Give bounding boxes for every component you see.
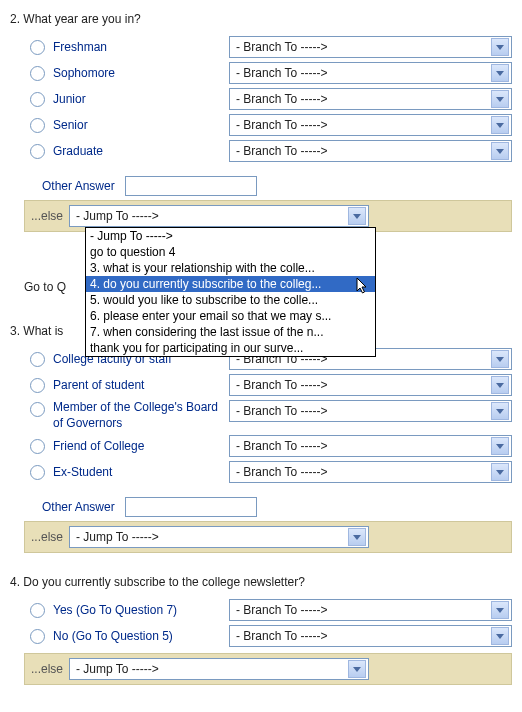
other-input[interactable] <box>125 497 257 517</box>
branch-value: - Branch To -----> <box>236 66 327 80</box>
chevron-down-icon[interactable] <box>491 376 509 394</box>
q2-option-row: Junior - Branch To -----> <box>30 88 512 110</box>
dropdown-item[interactable]: go to question 4 <box>86 244 375 260</box>
radio-icon[interactable] <box>30 118 45 133</box>
chevron-down-icon[interactable] <box>491 402 509 420</box>
q3-option-row: Parent of student - Branch To -----> <box>30 374 512 396</box>
svg-marker-1 <box>496 71 504 76</box>
q4-option-label: No (Go To Question 5) <box>53 629 223 643</box>
other-input[interactable] <box>125 176 257 196</box>
svg-marker-6 <box>496 357 504 362</box>
jump-select[interactable]: - Jump To -----> <box>69 658 369 680</box>
radio-icon[interactable] <box>30 66 45 81</box>
q3-option-label: Parent of student <box>53 378 223 392</box>
jump-select[interactable]: - Jump To -----> <box>69 205 369 227</box>
jump-dropdown-list[interactable]: - Jump To -----> go to question 4 3. wha… <box>85 227 376 357</box>
branch-select[interactable]: - Branch To -----> <box>229 36 512 58</box>
chevron-down-icon[interactable] <box>491 90 509 108</box>
q3-option-row: Ex-Student - Branch To -----> <box>30 461 512 483</box>
branch-select[interactable]: - Branch To -----> <box>229 88 512 110</box>
branch-value: - Branch To -----> <box>236 144 327 158</box>
svg-marker-14 <box>353 667 361 672</box>
branch-select[interactable]: - Branch To -----> <box>229 461 512 483</box>
radio-icon[interactable] <box>30 40 45 55</box>
branch-select[interactable]: - Branch To -----> <box>229 374 512 396</box>
svg-marker-4 <box>496 149 504 154</box>
branch-value: - Branch To -----> <box>236 603 327 617</box>
svg-marker-3 <box>496 123 504 128</box>
q2-option-label: Senior <box>53 118 223 132</box>
branch-select[interactable]: - Branch To -----> <box>229 400 512 422</box>
dropdown-item[interactable]: thank you for participating in our surve… <box>86 340 375 356</box>
chevron-down-icon[interactable] <box>491 627 509 645</box>
chevron-down-icon[interactable] <box>491 437 509 455</box>
svg-marker-0 <box>496 45 504 50</box>
branch-value: - Branch To -----> <box>236 465 327 479</box>
chevron-down-icon[interactable] <box>348 528 366 546</box>
svg-marker-7 <box>496 383 504 388</box>
other-answer-row: Other Answer <box>42 497 512 517</box>
branch-select[interactable]: - Branch To -----> <box>229 114 512 136</box>
q2-option-row: Senior - Branch To -----> <box>30 114 512 136</box>
else-label: ...else <box>31 530 63 544</box>
jump-value: - Jump To -----> <box>76 530 159 544</box>
jump-value: - Jump To -----> <box>76 209 159 223</box>
else-label: ...else <box>31 209 63 223</box>
q2-option-row: Sophomore - Branch To -----> <box>30 62 512 84</box>
dropdown-item[interactable]: 7. when considering the last issue of th… <box>86 324 375 340</box>
dropdown-item[interactable]: 5. would you like to subscribe to the co… <box>86 292 375 308</box>
chevron-down-icon[interactable] <box>491 350 509 368</box>
branch-value: - Branch To -----> <box>236 629 327 643</box>
branch-select[interactable]: - Branch To -----> <box>229 599 512 621</box>
jump-select[interactable]: - Jump To -----> <box>69 526 369 548</box>
radio-icon[interactable] <box>30 378 45 393</box>
dropdown-item[interactable]: 6. please enter your email so that we ma… <box>86 308 375 324</box>
branch-select[interactable]: - Branch To -----> <box>229 62 512 84</box>
chevron-down-icon[interactable] <box>491 142 509 160</box>
chevron-down-icon[interactable] <box>491 116 509 134</box>
radio-icon[interactable] <box>30 465 45 480</box>
other-label: Other Answer <box>42 179 115 193</box>
chevron-down-icon[interactable] <box>491 463 509 481</box>
jump-value: - Jump To -----> <box>76 662 159 676</box>
svg-marker-13 <box>496 634 504 639</box>
else-bar-q2: ...else - Jump To -----> - Jump To -----… <box>24 200 512 232</box>
q2-option-label: Graduate <box>53 144 223 158</box>
radio-icon[interactable] <box>30 629 45 644</box>
other-answer-row: Other Answer <box>42 176 512 196</box>
radio-icon[interactable] <box>30 92 45 107</box>
chevron-down-icon[interactable] <box>491 601 509 619</box>
radio-icon[interactable] <box>30 439 45 454</box>
other-label: Other Answer <box>42 500 115 514</box>
branch-select[interactable]: - Branch To -----> <box>229 435 512 457</box>
dropdown-item[interactable]: 3. what is your relationship with the co… <box>86 260 375 276</box>
radio-icon[interactable] <box>30 603 45 618</box>
chevron-down-icon[interactable] <box>348 660 366 678</box>
branch-value: - Branch To -----> <box>236 439 327 453</box>
q2-option-row: Graduate - Branch To -----> <box>30 140 512 162</box>
chevron-down-icon[interactable] <box>491 64 509 82</box>
branch-value: - Branch To -----> <box>236 40 327 54</box>
q2-option-label: Junior <box>53 92 223 106</box>
q2-option-label: Sophomore <box>53 66 223 80</box>
q4-title: 4. Do you currently subscribe to the col… <box>10 575 512 589</box>
radio-icon[interactable] <box>30 402 45 417</box>
branch-value: - Branch To -----> <box>236 378 327 392</box>
svg-marker-9 <box>496 444 504 449</box>
chevron-down-icon[interactable] <box>348 207 366 225</box>
q3-option-label: Member of the College's Board of Governo… <box>53 400 223 431</box>
chevron-down-icon[interactable] <box>491 38 509 56</box>
branch-value: - Branch To -----> <box>236 404 327 418</box>
branch-value: - Branch To -----> <box>236 118 327 132</box>
radio-icon[interactable] <box>30 352 45 367</box>
dropdown-item[interactable]: 4. do you currently subscribe to the col… <box>86 276 375 292</box>
dropdown-item[interactable]: - Jump To -----> <box>86 228 375 244</box>
branch-select[interactable]: - Branch To -----> <box>229 625 512 647</box>
branch-select[interactable]: - Branch To -----> <box>229 140 512 162</box>
q3-option-label: Friend of College <box>53 439 223 453</box>
radio-icon[interactable] <box>30 144 45 159</box>
branch-value: - Branch To -----> <box>236 92 327 106</box>
svg-marker-8 <box>496 409 504 414</box>
svg-marker-12 <box>496 608 504 613</box>
svg-marker-2 <box>496 97 504 102</box>
